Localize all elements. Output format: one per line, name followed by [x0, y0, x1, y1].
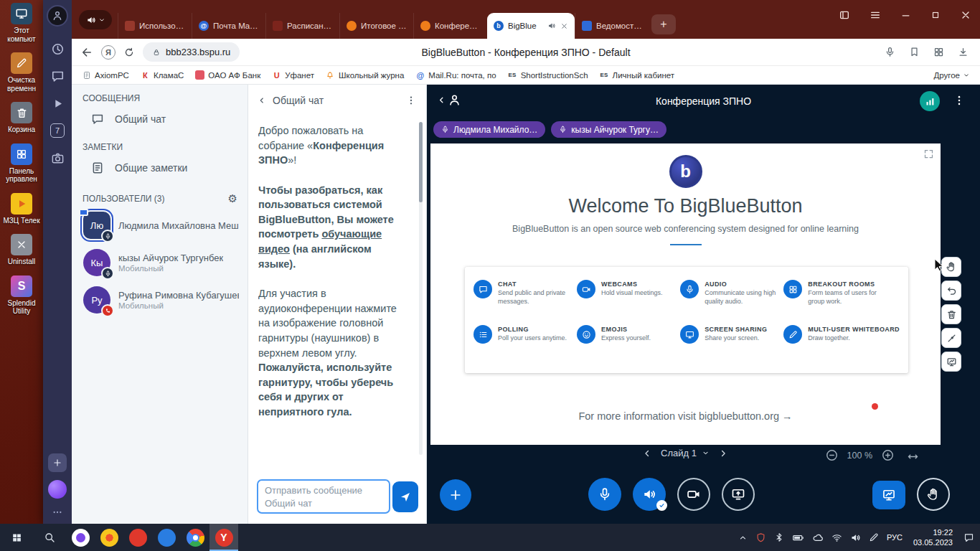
language-indicator[interactable]: РУС	[887, 533, 903, 542]
toggle-userlist-button[interactable]	[437, 93, 461, 107]
hidden-icons-button[interactable]	[738, 533, 748, 542]
bookmark-lichnyi-kabinet[interactable]: Личный кабинет	[600, 70, 675, 80]
bookmark-flag-icon[interactable]	[909, 47, 920, 57]
user-row[interactable]: Ру Руфина Римовна Кубагушева Мобильный	[72, 281, 248, 319]
undo-annotation-button[interactable]	[941, 281, 961, 301]
taskbar-app-red[interactable]	[123, 524, 152, 551]
chat-message-input[interactable]: Отправить сообщение Общий чат	[257, 479, 390, 514]
tab-raspisanie[interactable]: Расписание г	[265, 13, 339, 39]
tab-ispolzovan[interactable]: Использован	[118, 13, 192, 39]
bookmarks-more-button[interactable]: Другое	[933, 71, 970, 80]
antivirus-icon[interactable]	[755, 532, 766, 543]
bookmark-klamas[interactable]: КламаС	[141, 70, 184, 80]
taskbar-search-icon[interactable]	[33, 524, 66, 551]
next-slide-button[interactable]	[718, 448, 728, 458]
tab-itogovoe[interactable]: Итоговое тес	[339, 13, 413, 39]
battery-icon[interactable]	[792, 532, 804, 544]
desktop-icon-this-pc[interactable]: Этот компьют	[1, 3, 42, 43]
tab-mail[interactable]: Почта Mail.ru	[192, 13, 265, 39]
restore-presentation-button[interactable]	[872, 481, 905, 509]
chat-scrollbar[interactable]	[419, 122, 423, 455]
taskbar-app-yandex-service[interactable]	[95, 524, 123, 551]
fullscreen-icon[interactable]	[923, 149, 934, 159]
chat-options-icon[interactable]	[405, 95, 417, 106]
start-button[interactable]	[0, 524, 33, 551]
minimize-button[interactable]	[900, 10, 911, 21]
bookmark-mailru[interactable]: Mail.Ru: почта, по	[415, 70, 496, 80]
history-icon[interactable]	[43, 35, 72, 62]
taskbar-app-blue[interactable]	[152, 524, 181, 551]
zoom-in-button[interactable]	[881, 448, 895, 462]
talker-badge[interactable]: Людмила Михайло…	[433, 121, 545, 138]
desktop-icon-uninstall[interactable]: Uninstall	[1, 234, 42, 266]
previous-slide-button[interactable]	[642, 448, 652, 458]
pen-icon[interactable]	[869, 532, 879, 542]
taskbar-app-chrome[interactable]	[181, 524, 209, 551]
tab-close-icon[interactable]	[560, 22, 568, 30]
profile-avatar[interactable]	[47, 5, 68, 27]
bookmark-ufanet[interactable]: Уфанет	[272, 70, 314, 80]
talker-badge[interactable]: кызы Айчурок Тургу…	[551, 121, 666, 138]
voice-search-icon[interactable]	[885, 47, 895, 57]
new-tab-button[interactable]: +	[651, 14, 676, 34]
taskbar-clock[interactable]: 19:22 03.05.2023	[913, 527, 953, 548]
slide-select-dropdown[interactable]: Слайд 1	[661, 448, 710, 458]
audio-button[interactable]	[633, 478, 666, 511]
screenshot-icon[interactable]	[43, 144, 72, 171]
tab-konferencia[interactable]: Конференци	[413, 13, 487, 39]
back-button[interactable]	[80, 46, 93, 59]
chat-scrollbar-thumb[interactable]	[419, 122, 423, 202]
close-button[interactable]	[960, 9, 971, 21]
tab-audio-icon[interactable]	[547, 22, 556, 30]
video-icon[interactable]	[43, 90, 72, 117]
manage-users-gear-icon[interactable]: ⚙	[228, 192, 237, 205]
actions-plus-button[interactable]	[440, 479, 471, 511]
bookmark-school-journal[interactable]: Школьный журна	[326, 70, 404, 80]
connection-status-button[interactable]	[920, 91, 940, 111]
more-options-icon[interactable]	[52, 507, 63, 518]
screenshare-button[interactable]	[722, 478, 755, 511]
zoom-out-button[interactable]	[825, 448, 839, 462]
send-message-button[interactable]	[392, 481, 418, 512]
volume-icon[interactable]	[850, 532, 861, 543]
tab-sound-control[interactable]	[79, 10, 112, 29]
side-panel-toggle-icon[interactable]	[839, 9, 850, 21]
tab-bigbluebutton-active[interactable]: BigBlue	[487, 13, 575, 39]
nav-item-shared-notes[interactable]: Общие заметки	[72, 154, 248, 182]
mute-button[interactable]	[588, 478, 621, 511]
desktop-icon-recycle-bin[interactable]: Корзина	[1, 102, 42, 134]
clear-annotations-button[interactable]	[941, 304, 961, 324]
reload-button[interactable]	[123, 47, 135, 58]
collections-icon[interactable]	[933, 47, 944, 57]
tab-counter-badge[interactable]: 7	[43, 117, 72, 144]
network-icon[interactable]	[831, 532, 842, 543]
bluetooth-icon[interactable]	[774, 532, 784, 542]
alice-assistant-icon[interactable]	[48, 480, 67, 499]
collapse-chat-icon[interactable]	[258, 96, 266, 105]
bookmark-shortinstruction[interactable]: ShortIstructionSch	[508, 70, 588, 80]
bookmark-bank[interactable]: ОАО АФ Банк	[195, 70, 260, 80]
downloads-icon[interactable]	[958, 47, 969, 57]
desktop-icon-telek[interactable]: МЗЦ Телек	[1, 193, 42, 225]
meeting-options-icon[interactable]	[953, 94, 966, 107]
webcam-button[interactable]	[677, 478, 710, 511]
multiuser-whiteboard-button[interactable]	[941, 352, 961, 372]
add-panel-button[interactable]	[48, 453, 67, 472]
onedrive-cloud-icon[interactable]	[812, 532, 824, 543]
browser-menu-icon[interactable]	[870, 9, 881, 21]
user-row[interactable]: Кы кызы Айчурок Тургунбек Мобильный	[72, 244, 248, 281]
bookmark-axiompc[interactable]: AxiomPC	[82, 70, 129, 80]
desktop-icon-splendid[interactable]: S Splendid Utility	[1, 276, 42, 316]
desktop-icon-cleanup[interactable]: Очистка временн	[1, 52, 42, 93]
maximize-button[interactable]	[930, 10, 941, 20]
fit-width-button[interactable]	[907, 451, 919, 463]
taskbar-app-yandex-browser-active[interactable]	[209, 524, 238, 551]
messenger-icon[interactable]	[43, 62, 72, 90]
action-center-icon[interactable]	[963, 532, 974, 543]
raise-hand-button[interactable]	[917, 478, 950, 511]
tab-vedomosti[interactable]: Ведомости О	[575, 13, 649, 39]
url-field[interactable]: bbb233.bspu.ru	[143, 42, 240, 62]
yandex-icon[interactable]	[101, 45, 116, 60]
taskbar-app-alice[interactable]	[66, 524, 95, 551]
thickness-tool-button[interactable]	[941, 328, 961, 348]
